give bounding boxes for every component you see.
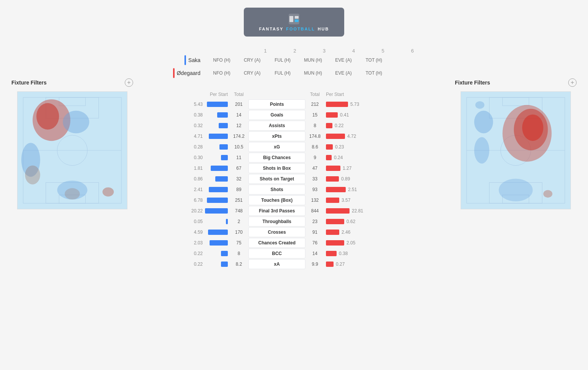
right-perstart-4: 0.23 xyxy=(335,144,350,150)
left-bar-13 xyxy=(210,240,228,246)
left-perstart-9: 6.78 xyxy=(188,198,203,203)
col-header-per-start-left: Per Start xyxy=(210,92,228,97)
center-content: 1 2 3 4 5 6 Saka NFO (H) CRY (A) FUL (H) xyxy=(137,48,451,270)
left-perstart-6: 1.81 xyxy=(188,166,203,171)
left-total-6: 67 xyxy=(229,166,248,171)
left-perstart-4: 0.28 xyxy=(188,144,203,150)
stat-row-xa: 0.22 8.2 xA 9.9 0.27 xyxy=(153,259,435,269)
stat-row-assists: 0.32 12 Assists 8 0.22 xyxy=(153,121,435,131)
saka-color-indicator xyxy=(184,55,186,65)
left-perstart-7: 0.86 xyxy=(188,176,203,182)
stat-row-goals: 0.38 14 Goals 15 0.41 xyxy=(153,110,435,120)
stat-row-shots-in-box: 1.81 67 Shots in Box 47 1.27 xyxy=(153,163,435,173)
stat-row-crosses: 4.59 170 Crosses 91 2.46 xyxy=(153,227,435,237)
heatmap-right xyxy=(461,91,571,209)
right-total-9: 132 xyxy=(305,198,324,203)
right-perstart-6: 1.27 xyxy=(343,166,358,171)
left-bar-12 xyxy=(208,230,228,235)
svg-point-13 xyxy=(37,103,59,130)
left-bar-0 xyxy=(207,102,228,107)
svg-point-16 xyxy=(25,166,40,185)
logo-box: FANTASY FOOTBALL HUB xyxy=(244,8,344,37)
stat-row-final-3rd-passes: 20.22 748 Final 3rd Passes 844 22.81 xyxy=(153,206,435,216)
svg-rect-1 xyxy=(289,16,293,22)
right-bar-12 xyxy=(326,230,339,235)
right-perstart-3: 4.72 xyxy=(347,134,362,139)
left-perstart-2: 0.32 xyxy=(188,123,203,128)
fixture-filter-left-header: Fixture Filters + xyxy=(8,78,137,87)
left-perstart-1: 0.38 xyxy=(188,112,203,118)
metric-label-1: Goals xyxy=(248,110,305,120)
stat-row-bcc: 0.22 8 BCC 14 0.38 xyxy=(153,249,435,258)
saka-fixture-3: FUL (H) xyxy=(267,57,298,63)
gw-3: 3 xyxy=(310,48,339,54)
svg-point-35 xyxy=(475,101,485,109)
right-bar-2 xyxy=(326,123,332,128)
metric-label-14: BCC xyxy=(248,249,305,258)
odegaard-fixture-4: MUN (H) xyxy=(298,70,328,76)
gw-1: 1 xyxy=(251,48,280,54)
left-perstart-8: 2.41 xyxy=(188,187,203,192)
stat-row-points: 5.43 201 Points 212 5.73 xyxy=(153,99,435,109)
fixture-filter-right-btn[interactable]: + xyxy=(568,78,577,87)
svg-point-32 xyxy=(474,137,489,164)
fixture-filter-left-btn[interactable]: + xyxy=(125,78,133,87)
stat-row-shots-on-target: 0.86 32 Shots on Target 33 0.89 xyxy=(153,174,435,184)
right-bar-0 xyxy=(326,102,348,107)
right-bar-4 xyxy=(326,144,333,150)
fixture-filter-right-header: Fixture Filters + xyxy=(451,78,580,87)
left-bar-14 xyxy=(221,251,228,256)
fixtures-section: 1 2 3 4 5 6 Saka NFO (H) CRY (A) FUL (H) xyxy=(161,48,427,80)
metric-label-8: Shots xyxy=(248,185,305,195)
sidebar-left: Fixture Filters + xyxy=(8,48,137,209)
metric-label-4: xG xyxy=(248,142,305,152)
saka-fixture-6: TOT (H) xyxy=(359,57,389,63)
gw-6: 6 xyxy=(398,48,427,54)
right-perstart-10: 22.81 xyxy=(352,208,367,214)
svg-point-30 xyxy=(522,115,544,141)
left-perstart-13: 2.03 xyxy=(188,240,203,246)
sidebar-right: Fixture Filters + xyxy=(451,48,580,209)
main-layout: Fixture Filters + xyxy=(0,48,588,270)
saka-fixture-2: CRY (A) xyxy=(237,57,267,63)
stat-row-chances-created: 2.03 75 Chances Created 76 2.05 xyxy=(153,238,435,248)
left-bar-9 xyxy=(207,198,228,203)
left-bar-10 xyxy=(205,208,228,214)
stats-col-headers: Per Start Total Total Per Start xyxy=(153,92,435,97)
svg-rect-2 xyxy=(295,16,299,19)
left-total-14: 8 xyxy=(229,251,248,256)
left-bar-3 xyxy=(209,134,228,139)
logo-icon xyxy=(288,13,300,25)
gw-numbers-row: 1 2 3 4 5 6 xyxy=(161,48,427,54)
odegaard-fixture-2: CRY (A) xyxy=(237,70,267,76)
col-header-per-start-right: Per Start xyxy=(326,92,344,97)
stat-row-xpts: 4.71 174.2 xPts 174.8 4.72 xyxy=(153,131,435,141)
left-total-12: 170 xyxy=(229,230,248,235)
right-bar-15 xyxy=(326,262,334,267)
left-bar-2 xyxy=(219,123,228,128)
stats-table: Per Start Total Total Per Start 5.43 20 xyxy=(153,92,435,270)
left-perstart-15: 0.22 xyxy=(188,262,203,267)
right-perstart-7: 0.89 xyxy=(341,176,356,182)
gw-2: 2 xyxy=(280,48,309,54)
svg-point-31 xyxy=(474,111,493,134)
col-header-total-left: Total xyxy=(229,92,248,97)
odegaard-color-indicator xyxy=(173,68,175,78)
metric-label-7: Shots on Target xyxy=(248,174,305,184)
svg-point-19 xyxy=(102,187,114,196)
left-bar-11 xyxy=(226,219,228,224)
right-perstart-9: 3.57 xyxy=(342,198,357,203)
saka-fixture-4: MUN (H) xyxy=(298,57,328,63)
left-total-10: 748 xyxy=(229,208,248,214)
left-bar-1 xyxy=(217,112,228,118)
left-total-13: 75 xyxy=(229,240,248,246)
saka-name: Saka xyxy=(188,57,204,63)
player-row-odegaard: Ødegaard NFO (H) CRY (A) FUL (H) MUN (H)… xyxy=(161,68,427,78)
left-bar-4 xyxy=(219,144,228,150)
gw-4: 4 xyxy=(339,48,368,54)
left-total-7: 32 xyxy=(229,176,248,182)
left-bar-8 xyxy=(209,187,228,192)
metric-label-10: Final 3rd Passes xyxy=(248,206,305,216)
right-bar-8 xyxy=(326,187,346,192)
right-bar-9 xyxy=(326,198,339,203)
